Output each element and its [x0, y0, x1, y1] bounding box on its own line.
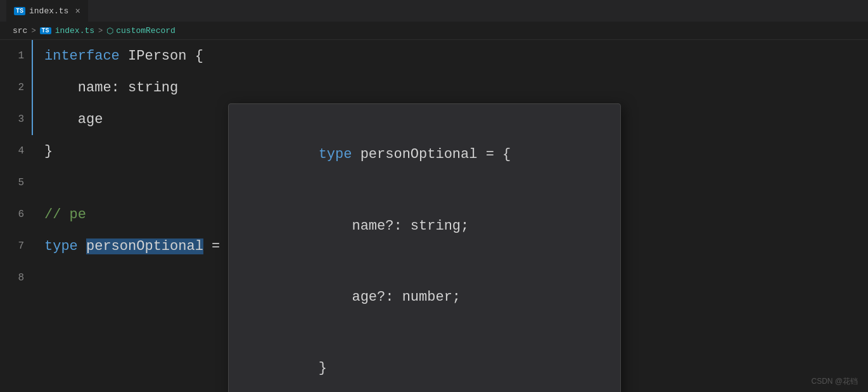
line-num-4: 4 — [0, 135, 24, 167]
line-num-6: 6 — [0, 199, 24, 230]
comment-pe: // pe — [44, 207, 86, 223]
ts-icon: TS — [14, 7, 25, 15]
line-num-8: 8 — [0, 262, 24, 294]
tab-close-button[interactable]: × — [75, 6, 80, 16]
prop-age: age — [44, 112, 103, 127]
code-line-1: interface IPerson { — [44, 40, 868, 72]
type-name-selected: personOptional — [86, 238, 203, 254]
tooltip-rest-1: personOptional = { — [352, 147, 511, 162]
line-num-2: 2 — [0, 72, 24, 103]
line-num-3: 3 — [0, 103, 24, 135]
tooltip-age-prop: age?: number; — [319, 289, 461, 305]
equals: = — [203, 238, 229, 254]
space-1 — [78, 238, 86, 254]
breadcrumb-src: src — [13, 26, 27, 36]
tooltip-close-brace: } — [319, 360, 327, 376]
line-gutter: 1 2 3 4 5 6 7 8 — [0, 40, 32, 392]
code-area[interactable]: interface IPerson { name: string age } /… — [32, 40, 868, 392]
breadcrumb-ts-icon: TS — [40, 27, 51, 34]
tooltip-name-prop: name?: string; — [319, 218, 469, 234]
kw-interface: interface — [44, 48, 120, 64]
breadcrumb-sep2: > — [98, 27, 103, 36]
tooltip-line-4: } — [252, 333, 597, 392]
custom-record-icon: ⬡ — [106, 26, 113, 36]
close-brace-1: } — [44, 143, 53, 159]
kw-iperson: IPerson — [120, 48, 195, 64]
tab-index-ts[interactable]: TS index.ts × — [6, 0, 88, 22]
tab-filename: index.ts — [29, 6, 68, 16]
breadcrumb: src > TS index.ts > ⬡ customRecord — [0, 22, 868, 40]
breadcrumb-sep1: > — [31, 27, 35, 36]
prop-name: name: string — [44, 80, 178, 96]
kw-type: type — [44, 238, 78, 254]
line-num-7: 7 — [0, 230, 24, 262]
tooltip-kw-type: type — [319, 147, 352, 162]
watermark: CSDN @花铛 — [811, 376, 858, 387]
tooltip-line-1: type personOptional = { — [252, 119, 597, 190]
kw-open-brace: { — [195, 48, 203, 64]
tooltip-line-2: name?: string; — [252, 190, 597, 261]
tooltip-popup: type personOptional = { name?: string; a… — [228, 103, 621, 392]
editor: 1 2 3 4 5 6 7 8 interface IPerson { name… — [0, 40, 868, 392]
tooltip-line-3: age?: number; — [252, 261, 597, 332]
line-num-1: 1 — [0, 40, 24, 72]
breadcrumb-custom-record: ⬡ customRecord — [106, 26, 176, 36]
custom-record-label: customRecord — [116, 26, 176, 36]
code-line-2: name: string — [44, 72, 868, 103]
line-num-5: 5 — [0, 167, 24, 199]
breadcrumb-file: index.ts — [55, 26, 94, 36]
tab-bar: TS index.ts × — [0, 0, 868, 22]
